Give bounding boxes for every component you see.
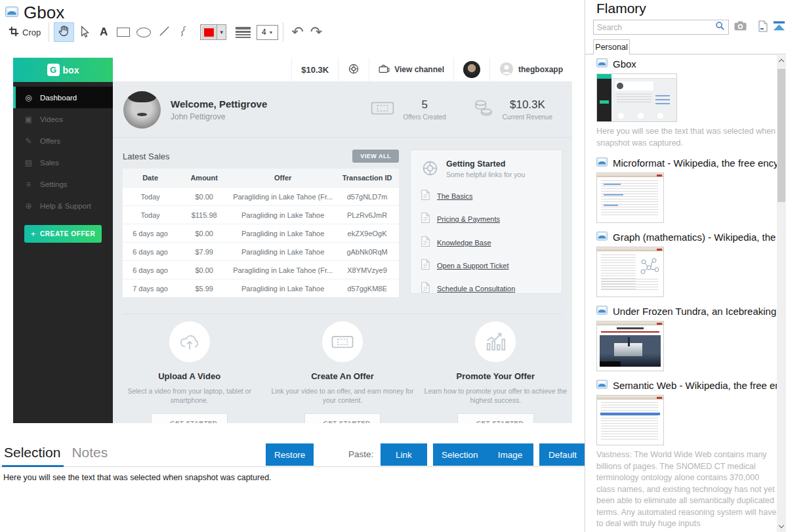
search-input[interactable] bbox=[597, 23, 715, 32]
flamory-sidebar: Flamory Personal GboxHere you will see t… bbox=[585, 0, 786, 532]
table-cell: 7 days ago bbox=[123, 285, 178, 293]
snapshot-title[interactable]: Gbox bbox=[613, 58, 636, 70]
stat-label: Offers Created bbox=[403, 113, 445, 121]
ticket-icon bbox=[370, 100, 395, 119]
stat-text: $10.3KCurrent Revenue bbox=[503, 98, 552, 121]
settings-icon: ≡ bbox=[24, 180, 33, 189]
getting-started-card: Getting Started Some helpful links for y… bbox=[410, 150, 562, 294]
current-color bbox=[203, 28, 215, 37]
restore-button[interactable]: Restore bbox=[266, 443, 314, 466]
select-tool-button[interactable] bbox=[74, 22, 94, 42]
snapshot-title[interactable]: Semantic Web - Wikipedia, the free encyc… bbox=[613, 380, 777, 391]
ellipse-tool-button[interactable] bbox=[133, 22, 154, 42]
table-cell: d57ggKM8E bbox=[335, 285, 399, 293]
table-cell: 6 days ago bbox=[123, 230, 178, 237]
help-icon: ⊕ bbox=[24, 201, 33, 211]
snapshot-selection-text: Vastness: The World Wide Web contains ma… bbox=[596, 449, 777, 530]
crop-label: Crop bbox=[22, 28, 41, 37]
table-cell: $115.98 bbox=[178, 211, 230, 219]
camera-capture-button[interactable] bbox=[732, 20, 748, 35]
redo-button[interactable]: ↷ bbox=[307, 25, 325, 39]
snapshot-icon bbox=[596, 306, 608, 317]
snapshot-title[interactable]: Graph (mathematics) - Wikipedia, the fre… bbox=[613, 232, 777, 243]
flamory-logo-button[interactable] bbox=[771, 20, 786, 35]
rectangle-tool-button[interactable] bbox=[114, 22, 133, 42]
sidebar-title: Flamory bbox=[596, 1, 646, 16]
color-dropdown-arrow[interactable]: ▼ bbox=[217, 25, 226, 39]
tab-notes[interactable]: Notes bbox=[72, 445, 108, 460]
snapshot-thumbnail[interactable] bbox=[596, 73, 677, 122]
color-picker[interactable]: ▼ bbox=[200, 24, 226, 40]
scrollbar-thumb[interactable] bbox=[777, 69, 785, 202]
camera-icon bbox=[734, 21, 747, 33]
snapshot-list-item: Microformat - Wikipedia, the free encycl… bbox=[596, 156, 777, 223]
freehand-tool-button[interactable] bbox=[174, 22, 194, 42]
line-width-value: 4 bbox=[262, 28, 266, 37]
sales-table-header: DateAmountOfferTransaction ID bbox=[123, 169, 399, 187]
promo-desc: Link your video to an offer, and earn mo… bbox=[268, 386, 416, 405]
crop-button[interactable]: Crop bbox=[5, 22, 44, 42]
life-ring-icon bbox=[421, 159, 439, 180]
document-icon bbox=[421, 282, 430, 295]
table-cell: Today bbox=[123, 193, 178, 201]
stat-current-revenue: $10.3KCurrent Revenue bbox=[472, 98, 552, 121]
chart-icon bbox=[475, 321, 516, 362]
getting-started-title: Getting Started bbox=[446, 159, 525, 169]
scrollbar[interactable] bbox=[777, 55, 786, 532]
table-row: Today$115.98Paragliding in Lake TahoePLz… bbox=[123, 205, 399, 224]
table-cell: Paragliding in Lake Tahoe (Fr... bbox=[230, 266, 335, 274]
latest-sales-section: Latest Sales VIEW ALL DateAmountOfferTra… bbox=[123, 148, 399, 297]
snapshot-item-header[interactable]: Semantic Web - Wikipedia, the free encyc… bbox=[596, 379, 777, 392]
snapshot-preview[interactable]: G box $10.3K View channel thegboxapp bbox=[13, 58, 572, 423]
table-cell: $0.00 bbox=[178, 266, 230, 274]
color-swatch[interactable] bbox=[201, 25, 217, 39]
getting-started-link: Knowledge Base bbox=[421, 236, 552, 249]
undo-button[interactable]: ↶ bbox=[288, 25, 306, 39]
snapshot-icon bbox=[596, 232, 608, 243]
plus-icon: + bbox=[31, 229, 36, 239]
sales-table: DateAmountOfferTransaction IDToday$0.00P… bbox=[123, 169, 399, 297]
line-tool-button[interactable] bbox=[154, 22, 174, 42]
scroll-down-arrow[interactable] bbox=[779, 523, 784, 528]
snapshot-thumbnail[interactable] bbox=[596, 395, 664, 445]
paste-image-button[interactable]: Image bbox=[487, 443, 533, 466]
snapshot-title[interactable]: Microformat - Wikipedia, the free encycl… bbox=[613, 157, 777, 169]
paste-selection-button[interactable]: Selection bbox=[433, 443, 487, 466]
table-cell: gAbNk0RqM bbox=[335, 248, 399, 256]
snapshot-thumbnail[interactable] bbox=[596, 321, 664, 371]
snapshot-item-header[interactable]: Gbox bbox=[596, 57, 777, 71]
table-cell: d57gNLD7m bbox=[335, 193, 399, 201]
snapshot-title[interactable]: Under Frozen Tundra, an Icebreaking Ship… bbox=[613, 306, 777, 317]
tab-selection[interactable]: Selection bbox=[4, 445, 60, 460]
annotation-toolbar: Crop A ▼ 4▼ ↶ ↷ bbox=[0, 20, 585, 44]
text-tool-button[interactable]: A bbox=[94, 22, 114, 42]
gbox-nav-sales: ▤Sales bbox=[13, 152, 113, 173]
search-icon[interactable] bbox=[715, 21, 725, 33]
cloud-upload-icon bbox=[169, 321, 210, 362]
promo-card: Upload A VideoSelect a video from your l… bbox=[113, 321, 266, 423]
create-offer-button: + CREATE OFFER bbox=[24, 225, 102, 243]
hand-tool-button[interactable] bbox=[54, 22, 74, 42]
flamory-logo-icon bbox=[772, 20, 786, 34]
paste-link-button[interactable]: Link bbox=[381, 443, 427, 466]
panel-divider-line bbox=[0, 466, 585, 467]
page-snapshot-button[interactable] bbox=[755, 20, 771, 35]
paste-default-button[interactable]: Default bbox=[539, 443, 586, 466]
gbox-content: Welcome, Pettigrove John Pettigrove 5Off… bbox=[113, 82, 572, 423]
video-icon: ▣ bbox=[24, 115, 33, 124]
snapshot-item-header[interactable]: Under Frozen Tundra, an Icebreaking Ship… bbox=[596, 304, 777, 318]
snapshot-list-item: GboxHere you will see the text that was … bbox=[596, 57, 777, 149]
link-label: Open a Support Ticket bbox=[437, 262, 508, 270]
tab-personal[interactable]: Personal bbox=[593, 39, 630, 54]
table-cell: $5.99 bbox=[178, 285, 230, 293]
snapshot-thumbnail[interactable] bbox=[596, 173, 664, 223]
snapshot-item-header[interactable]: Microformat - Wikipedia, the free encycl… bbox=[596, 156, 777, 170]
life-ring-icon bbox=[348, 63, 360, 77]
link-label: Knowledge Base bbox=[437, 239, 491, 247]
snapshot-item-header[interactable]: Graph (mathematics) - Wikipedia, the fre… bbox=[596, 230, 777, 244]
table-row: 6 days ago$7.99Paragliding in Lake Tahoe… bbox=[123, 242, 399, 260]
welcome-banner: Welcome, Pettigrove John Pettigrove 5Off… bbox=[113, 82, 572, 138]
line-width-select[interactable]: 4▼ bbox=[257, 25, 278, 40]
snapshot-thumbnail[interactable] bbox=[596, 247, 664, 297]
scroll-up-arrow[interactable] bbox=[779, 59, 784, 64]
